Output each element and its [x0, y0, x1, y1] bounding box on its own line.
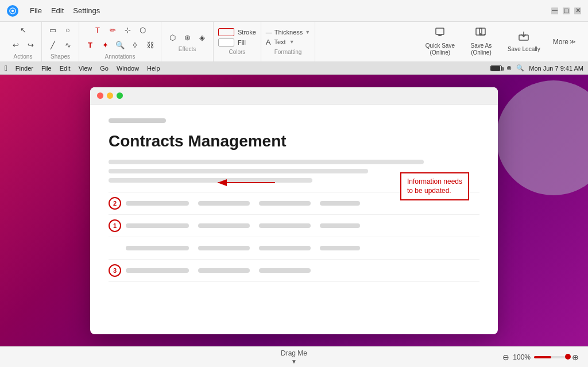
close-button[interactable]: ✕ [574, 7, 581, 14]
effect2-icon[interactable]: ⊛ [181, 31, 194, 44]
apple-menu[interactable]:  [5, 64, 7, 72]
circle-icon[interactable]: ○ [61, 24, 74, 36]
cell-bar [198, 223, 250, 228]
save-as-button[interactable]: Save As(Online) [464, 25, 498, 59]
doc-fullscreen-dot[interactable] [117, 92, 123, 99]
redo-icon[interactable]: ↪ [24, 38, 37, 51]
more-icon: ≫ [570, 38, 575, 45]
stroke-label: Stroke [238, 29, 256, 36]
save-as-label: Save As(Online) [471, 43, 492, 56]
row-number-3: 3 [109, 264, 121, 277]
text-stamp-icon[interactable]: T [84, 38, 96, 51]
more-label: More [553, 38, 568, 46]
toolbar-group-shapes: ▭ ○ ╱ ∿ Shapes [42, 22, 79, 61]
effects-label: Effects [179, 46, 196, 52]
cell-bar [198, 268, 250, 273]
title-bar: File Edit Settings ✕ [0, 0, 588, 22]
row-number-1: 1 [109, 219, 121, 232]
toolbar-group-actions: ↖ ↩ ↪ Actions [5, 22, 42, 61]
toolbar: ↖ ↩ ↪ Actions ▭ ○ ╱ ∿ Shapes T ✏ [0, 22, 588, 62]
rectangle-icon[interactable]: ▭ [47, 24, 59, 36]
cell-bar [126, 268, 189, 273]
pen-icon[interactable]: ✏ [106, 24, 119, 36]
row-cells [126, 201, 479, 206]
minimize-button[interactable] [551, 7, 558, 14]
table-row: 3 [109, 260, 479, 282]
doc-header-placeholder [109, 118, 166, 123]
mac-edit[interactable]: Edit [60, 65, 71, 72]
document-body: Contracts Management [90, 105, 498, 296]
move-icon[interactable]: ⊹ [121, 24, 134, 36]
doc-close-dot[interactable] [97, 92, 103, 99]
save-locally-button[interactable]: Save Locally [502, 28, 546, 55]
toolbar-group-annotations: T ✏ ⊹ ⬡ T ✦ 🔍 ◊ ⛓ Annotations [79, 22, 161, 61]
link-icon[interactable]: ⛓ [144, 38, 156, 51]
battery-icon [490, 65, 502, 71]
document-title: Contracts Management [109, 132, 479, 150]
doc-line-1 [109, 160, 424, 164]
quick-save-button[interactable]: Quick Save(Online) [420, 25, 461, 59]
row-empty [109, 242, 121, 254]
mac-view[interactable]: View [79, 65, 92, 72]
zoom-slider[interactable] [534, 356, 568, 358]
document-window: Contracts Management [90, 87, 498, 334]
mac-go[interactable]: Go [100, 65, 109, 72]
zoom-level: 100% [513, 353, 531, 361]
mac-finder[interactable]: Finder [16, 65, 33, 72]
more-button[interactable]: More ≫ [550, 36, 579, 48]
save-locally-icon [517, 30, 530, 45]
toolbar-group-effects: ⬡ ⊛ ◈ Effects [161, 22, 214, 61]
line-icon[interactable]: ╱ [47, 38, 59, 51]
toolbar-group-formatting: — Thickness ▼ A Text ▼ Formatting [261, 22, 315, 61]
maximize-button[interactable] [563, 7, 570, 14]
cell-bar [320, 246, 360, 250]
effect1-icon[interactable]: ⬡ [166, 31, 179, 44]
drag-arrow-icon: ▼ [291, 358, 297, 365]
mac-menubar:  Finder File Edit View Go Window Help ⊜… [0, 62, 588, 75]
zoom-out-button[interactable]: ⊖ [502, 353, 509, 362]
drag-me-area[interactable]: Drag Me ▼ [281, 349, 307, 365]
svg-rect-2 [436, 28, 444, 34]
stroke-preview[interactable] [218, 28, 234, 36]
table-row: 1 [109, 215, 479, 237]
drag-me-label: Drag Me [281, 349, 307, 357]
doc-line-3 [109, 178, 312, 183]
app-window: File Edit Settings ✕ ↖ ↩ ↪ Actions ▭ [0, 0, 588, 367]
save-locally-label: Save Locally [508, 46, 540, 53]
menu-file[interactable]: File [30, 6, 42, 15]
menu-settings[interactable]: Settings [73, 6, 100, 15]
actions-label: Actions [14, 53, 33, 60]
transform-icon[interactable]: ⬡ [136, 24, 149, 36]
annotation-text: Information needsto be updated. [407, 177, 462, 195]
menu-bar: File Edit Settings [30, 6, 100, 15]
row-cells [126, 246, 479, 250]
doc-minimize-dot[interactable] [107, 92, 113, 99]
undo-icon[interactable]: ↩ [9, 38, 22, 51]
cell-bar [198, 246, 250, 250]
zoom-handle[interactable] [565, 354, 571, 360]
zoom-fill [534, 356, 551, 358]
document-table: 2 1 [109, 192, 479, 282]
stamp-icon[interactable]: ✦ [99, 38, 111, 51]
svg-point-1 [11, 9, 14, 11]
mac-file[interactable]: File [41, 65, 52, 72]
search-anno-icon[interactable]: 🔍 [114, 38, 126, 51]
cursor-icon[interactable]: ↖ [17, 24, 29, 36]
fill-preview[interactable] [218, 38, 234, 47]
annotation-container: Information needsto be updated. [400, 172, 469, 201]
search-icon[interactable]: 🔍 [516, 64, 524, 72]
bottom-bar: Drag Me ▼ ⊖ 100% ⊕ [0, 346, 588, 367]
zoom-in-button[interactable]: ⊕ [572, 353, 579, 362]
menu-edit[interactable]: Edit [51, 6, 64, 15]
mac-window[interactable]: Window [117, 65, 139, 72]
zoom-area: ⊖ 100% ⊕ [502, 353, 579, 362]
effect3-icon[interactable]: ◈ [196, 31, 208, 44]
curve-icon[interactable]: ∿ [61, 38, 74, 51]
mac-help[interactable]: Help [147, 65, 160, 72]
fill-label: Fill [238, 39, 246, 46]
cell-bar [259, 223, 311, 228]
erase-icon[interactable]: ◊ [129, 38, 141, 51]
cell-bar [320, 223, 360, 228]
toolbar-group-colors: Stroke Fill Colors [214, 22, 261, 61]
text-tool-icon[interactable]: T [91, 24, 104, 36]
